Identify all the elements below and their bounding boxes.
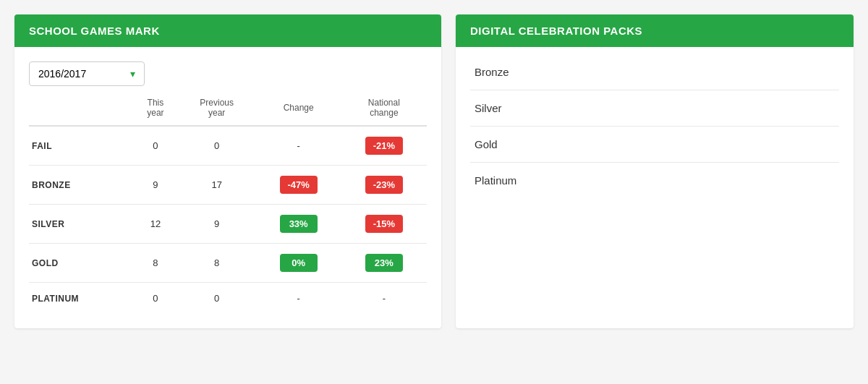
row-previous-year: 9 bbox=[178, 205, 256, 244]
digital-celebration-packs-panel: DIGITAL CELEBRATION PACKS BronzeSilverGo… bbox=[456, 14, 854, 328]
row-change: 33% bbox=[256, 205, 341, 244]
left-panel-body: 2016/2017 ▾ Thisyear Previousyear Change… bbox=[14, 47, 441, 328]
table-row: GOLD880%23% bbox=[29, 244, 427, 283]
change-badge: 33% bbox=[280, 215, 318, 233]
national-change-badge: -15% bbox=[365, 215, 403, 233]
row-previous-year: 0 bbox=[178, 126, 256, 166]
row-change: - bbox=[256, 283, 341, 315]
right-panel-title: DIGITAL CELEBRATION PACKS bbox=[470, 25, 642, 37]
row-label: GOLD bbox=[29, 244, 133, 283]
col-header-previous-year: Previousyear bbox=[178, 93, 256, 126]
chevron-down-icon: ▾ bbox=[130, 68, 135, 80]
change-badge: -47% bbox=[280, 176, 318, 194]
page-wrapper: SCHOOL GAMES MARK 2016/2017 ▾ Thisyear P… bbox=[14, 14, 854, 328]
table-row: PLATINUM00-- bbox=[29, 283, 427, 315]
row-this-year: 12 bbox=[133, 205, 178, 244]
row-national-change: - bbox=[341, 283, 427, 315]
row-this-year: 0 bbox=[133, 126, 178, 166]
right-panel-header: DIGITAL CELEBRATION PACKS bbox=[456, 14, 854, 47]
change-badge: 0% bbox=[280, 254, 318, 272]
row-national-change: -21% bbox=[341, 126, 427, 166]
right-panel-body: BronzeSilverGoldPlatinum bbox=[456, 47, 854, 205]
dcp-list-item[interactable]: Bronze bbox=[470, 54, 839, 90]
col-header-change: Change bbox=[256, 93, 341, 126]
row-national-change: -23% bbox=[341, 166, 427, 205]
left-panel-header: SCHOOL GAMES MARK bbox=[14, 14, 441, 47]
row-change: - bbox=[256, 126, 341, 166]
row-change: 0% bbox=[256, 244, 341, 283]
table-row: SILVER12933%-15% bbox=[29, 205, 427, 244]
dcp-list-item[interactable]: Gold bbox=[470, 127, 839, 163]
row-previous-year: 8 bbox=[178, 244, 256, 283]
col-header-national-change: Nationalchange bbox=[341, 93, 427, 126]
national-change-badge: -21% bbox=[365, 137, 403, 155]
row-this-year: 0 bbox=[133, 283, 178, 315]
row-this-year: 9 bbox=[133, 166, 178, 205]
row-previous-year: 0 bbox=[178, 283, 256, 315]
row-previous-year: 17 bbox=[178, 166, 256, 205]
sgm-table: Thisyear Previousyear Change Nationalcha… bbox=[29, 93, 427, 314]
school-games-mark-panel: SCHOOL GAMES MARK 2016/2017 ▾ Thisyear P… bbox=[14, 14, 441, 328]
row-this-year: 8 bbox=[133, 244, 178, 283]
row-label: FAIL bbox=[29, 126, 133, 166]
dcp-list-item[interactable]: Silver bbox=[470, 90, 839, 127]
left-panel-title: SCHOOL GAMES MARK bbox=[29, 25, 160, 37]
dcp-list-item[interactable]: Platinum bbox=[470, 163, 839, 198]
col-header-label bbox=[29, 93, 133, 126]
national-change-badge: -23% bbox=[365, 176, 403, 194]
national-change-badge: 23% bbox=[365, 254, 403, 272]
year-dropdown[interactable]: 2016/2017 ▾ bbox=[29, 61, 145, 86]
row-national-change: 23% bbox=[341, 244, 427, 283]
row-change: -47% bbox=[256, 166, 341, 205]
row-national-change: -15% bbox=[341, 205, 427, 244]
table-row: FAIL00--21% bbox=[29, 126, 427, 166]
row-label: BRONZE bbox=[29, 166, 133, 205]
year-value: 2016/2017 bbox=[38, 68, 86, 80]
col-header-this-year: Thisyear bbox=[133, 93, 178, 126]
row-label: SILVER bbox=[29, 205, 133, 244]
row-label: PLATINUM bbox=[29, 283, 133, 315]
table-row: BRONZE917-47%-23% bbox=[29, 166, 427, 205]
